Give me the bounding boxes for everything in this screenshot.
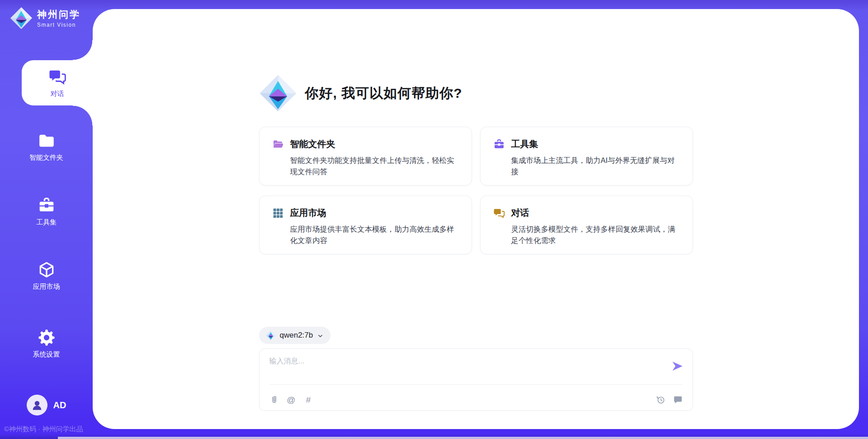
main-content: 你好, 我可以如何帮助你? 智能文件夹 智能文件夹功能支持批量文件上传与清洗，轻… [259, 9, 693, 429]
sidebar-item-toolset[interactable]: 工具集 [0, 190, 93, 233]
card-toolset[interactable]: 工具集 集成市场上主流工具，助力AI与外界无缝扩展与对接 [480, 127, 693, 186]
composer-divider [269, 384, 683, 385]
chat-icon [493, 207, 505, 219]
sidebar-item-settings[interactable]: 系统设置 [0, 322, 93, 365]
briefcase-icon [493, 138, 505, 150]
grid-icon [272, 207, 284, 219]
tab-flare-bottom [73, 105, 93, 125]
user-initials: AD [53, 400, 66, 410]
user-account[interactable]: AD [0, 395, 93, 415]
message-input[interactable] [259, 349, 652, 382]
card-title: 智能文件夹 [290, 138, 335, 150]
card-smart-folder[interactable]: 智能文件夹 智能文件夹功能支持批量文件上传与清洗，轻松实现文件问答 [259, 127, 472, 186]
briefcase-icon [38, 196, 56, 215]
sidebar: 神州问学 Smart Vision 对话 智能文件夹 工具集 应用市场 系统设置… [0, 0, 93, 439]
sidebar-item-label: 工具集 [36, 218, 57, 227]
card-description: 应用市场提供丰富长文本模板，助力高效生成多样化文章内容 [290, 224, 459, 246]
hashtag-button[interactable]: # [304, 395, 313, 405]
model-selector[interactable]: qwen2:7b [259, 327, 331, 344]
avatar [27, 395, 47, 415]
app-brand: 神州问学 Smart Vision [10, 6, 80, 30]
history-icon [656, 395, 665, 405]
card-description: 智能文件夹功能支持批量文件上传与清洗，轻松实现文件问答 [290, 155, 459, 177]
sidebar-item-label: 智能文件夹 [29, 153, 63, 162]
send-icon [671, 360, 684, 372]
feature-cards: 智能文件夹 智能文件夹功能支持批量文件上传与清洗，轻松实现文件问答 工具集 集成… [259, 127, 693, 254]
tab-flare-top [73, 40, 93, 60]
chat-icon [48, 68, 66, 86]
card-description: 集成市场上主流工具，助力AI与外界无缝扩展与对接 [511, 155, 680, 177]
model-name: qwen2:7b [280, 331, 313, 340]
attach-button[interactable] [269, 395, 279, 405]
composer-toolbar: @ # [269, 395, 683, 405]
folder-icon [38, 132, 56, 150]
card-title: 对话 [511, 207, 529, 219]
message-composer: @ # [259, 348, 693, 411]
card-app-market[interactable]: 应用市场 应用市场提供丰富长文本模板，助力高效生成多样化文章内容 [259, 196, 472, 254]
app-title: 神州问学 [37, 8, 80, 21]
sidebar-item-smart-folder[interactable]: 智能文件夹 [0, 125, 93, 168]
new-chat-button[interactable] [673, 395, 683, 405]
card-title: 应用市场 [290, 207, 326, 219]
sidebar-item-label: 系统设置 [33, 350, 60, 359]
gear-icon [38, 329, 56, 347]
comment-icon [673, 395, 683, 405]
person-icon [30, 398, 44, 412]
greeting-title: 你好, 我可以如何帮助你? [305, 84, 462, 103]
mention-button[interactable]: @ [287, 395, 296, 405]
sidebar-item-label: 对话 [51, 90, 64, 98]
sidebar-item-app-market[interactable]: 应用市场 [0, 254, 93, 297]
app-subtitle: Smart Vision [37, 22, 80, 28]
card-chat[interactable]: 对话 灵活切换多模型文件，支持多样回复效果调试，满足个性化需求 [480, 196, 693, 254]
main-panel: 你好, 我可以如何帮助你? 智能文件夹 智能文件夹功能支持批量文件上传与清洗，轻… [93, 9, 859, 429]
folder-open-icon [272, 138, 284, 150]
app-logo-icon [10, 6, 33, 30]
send-button[interactable] [671, 360, 684, 372]
cube-icon [38, 261, 56, 279]
horizontal-scrollbar[interactable] [58, 437, 868, 439]
card-title: 工具集 [511, 138, 538, 150]
greeting-logo-icon [259, 72, 297, 114]
model-logo-icon [266, 330, 276, 341]
sidebar-item-label: 应用市场 [33, 282, 60, 291]
history-button[interactable] [656, 395, 665, 405]
paperclip-icon [269, 395, 279, 405]
card-description: 灵活切换多模型文件，支持多样回复效果调试，满足个性化需求 [511, 224, 680, 246]
greeting-block: 你好, 我可以如何帮助你? [259, 72, 693, 114]
sidebar-item-chat[interactable]: 对话 [22, 60, 93, 105]
chevron-down-icon [317, 333, 324, 339]
copyright-footer: ©神州数码 · 神州问学出品 [4, 425, 83, 434]
